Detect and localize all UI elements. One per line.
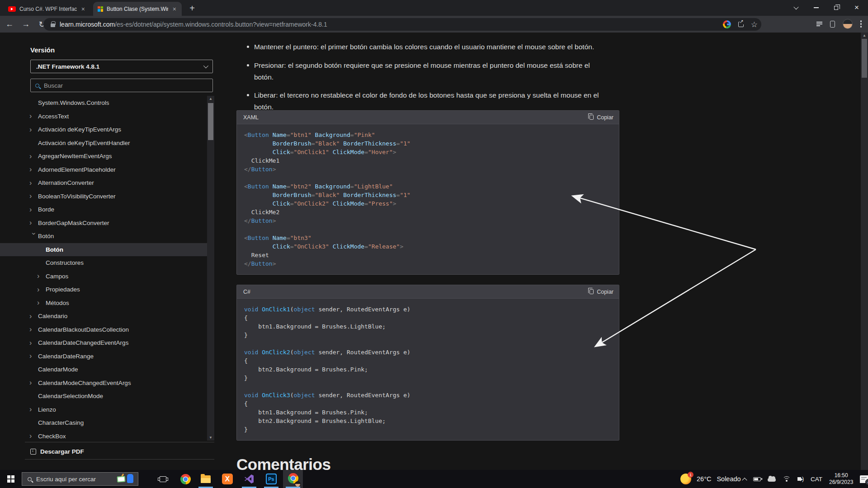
chevron-right-icon[interactable]: › <box>29 313 38 320</box>
sidebar-item[interactable]: ›Activación deKeyTipEventArgs <box>0 123 207 136</box>
sidebar-item[interactable]: ›Activación deKeyTipEventHandler <box>0 136 207 150</box>
chevron-right-icon[interactable]: › <box>29 166 38 173</box>
sidebar-item[interactable]: ›Métodos <box>0 296 207 310</box>
code-line: { <box>244 399 612 408</box>
chevron-right-icon[interactable]: › <box>29 406 38 413</box>
sidebar-item[interactable]: ›CheckBox <box>0 430 207 443</box>
code-body[interactable]: <Button Name="btn1" Background="Pink" Bo… <box>237 124 619 274</box>
scrollbar-thumb[interactable] <box>208 103 213 140</box>
chevron-right-icon[interactable]: › <box>29 113 38 120</box>
download-pdf-button[interactable]: Descargar PDF <box>30 446 84 457</box>
wifi-icon[interactable] <box>783 476 791 482</box>
chevron-right-icon[interactable]: › <box>29 379 38 386</box>
version-dropdown[interactable]: .NET Framework 4.8.1 <box>30 60 213 73</box>
reading-list-icon[interactable] <box>816 22 822 26</box>
sidebar-item[interactable]: ›CharacterCasing <box>0 416 207 430</box>
taskbar-weather-widget[interactable]: 1 26°C Soleado <box>680 470 741 488</box>
chevron-right-icon[interactable]: › <box>37 286 46 293</box>
chevron-right-icon[interactable]: › <box>29 192 38 200</box>
copy-button[interactable]: Copiar <box>590 289 613 295</box>
code-body[interactable]: void OnClick1(object sender, RoutedEvent… <box>237 299 619 440</box>
taskbar-file-explorer-icon[interactable] <box>196 470 216 488</box>
chevron-right-icon[interactable]: › <box>29 219 38 226</box>
chevron-right-icon[interactable]: › <box>29 432 38 440</box>
taskbar-photoshop-icon[interactable]: Ps <box>261 470 281 488</box>
sidebar-search-input[interactable]: Buscar <box>30 79 213 92</box>
chevron-right-icon[interactable]: › <box>37 299 46 306</box>
speaker-icon[interactable] <box>797 477 801 481</box>
chevron-right-icon[interactable]: › <box>29 326 38 333</box>
sidebar-item[interactable]: ›Constructores <box>0 256 207 270</box>
window-restore-button[interactable] <box>826 0 845 15</box>
window-minimize-button[interactable] <box>807 0 826 15</box>
taskbar-search-input[interactable]: Escriu aquí per cercar <box>22 472 138 486</box>
chevron-right-icon[interactable]: › <box>29 153 38 160</box>
sidebar-item[interactable]: ›Botón <box>0 243 207 257</box>
chevron-right-icon[interactable]: › <box>29 179 38 187</box>
sidebar-item[interactable]: ›AccessText <box>0 110 207 123</box>
sidebar-item[interactable]: ›CalendarBlackoutDatesCollection <box>0 323 207 337</box>
sidebar-item[interactable]: ›Lienzo <box>0 403 207 417</box>
sidebar-item[interactable]: ›CalendarModeChangedEventArgs <box>0 376 207 390</box>
clock-widget[interactable]: 16:50 26/9/2023 <box>829 472 853 486</box>
taskbar-chrome-icon[interactable] <box>175 470 195 488</box>
sidebar-item[interactable]: ›Borde <box>0 203 207 216</box>
chevron-right-icon[interactable]: › <box>29 352 38 360</box>
tab-close-icon[interactable]: × <box>80 5 86 13</box>
sidebar-item[interactable]: ›AgregarNewItemEventArgs <box>0 150 207 163</box>
sidebar-item[interactable]: ›CalendarMode <box>0 363 207 376</box>
sidebar-item[interactable]: ›CalendarSelectionMode <box>0 389 207 403</box>
tab-youtube-course[interactable]: Curso C#. WPF Interfaces gráfica × <box>4 2 90 16</box>
code-line: Reset <box>244 251 612 259</box>
side-panel-icon[interactable] <box>830 21 835 28</box>
window-menu-chevron[interactable] <box>787 0 806 15</box>
code-line <box>244 339 612 348</box>
browser-menu-icon[interactable] <box>860 23 862 24</box>
back-button[interactable]: ← <box>3 18 16 31</box>
hidden-icons-chevron[interactable] <box>742 478 747 483</box>
new-tab-button[interactable]: + <box>186 3 198 14</box>
profile-avatar[interactable] <box>843 19 853 29</box>
copy-button[interactable]: Copiar <box>590 114 613 121</box>
notification-center-icon[interactable]: 4 <box>860 475 868 483</box>
sidebar-item[interactable]: ›Botón <box>0 230 207 243</box>
scroll-up-icon[interactable]: ▲ <box>207 97 214 101</box>
start-button[interactable] <box>1 470 21 488</box>
sidebar-item[interactable]: ›BorderGapMaskConverter <box>0 216 207 230</box>
language-indicator[interactable]: CAT <box>811 476 822 483</box>
task-view-button[interactable] <box>153 470 173 488</box>
taskbar-xampp-icon[interactable]: ꓫ <box>217 470 237 488</box>
chevron-right-icon[interactable]: › <box>29 206 38 213</box>
forward-button[interactable]: → <box>19 18 33 31</box>
chevron-down-icon[interactable]: › <box>30 232 38 241</box>
sidebar-item[interactable]: ›AlternationConverter <box>0 176 207 190</box>
sidebar-item[interactable]: ›Propiedades <box>0 283 207 296</box>
window-close-button[interactable]: × <box>847 0 866 15</box>
scroll-down-icon[interactable]: ▼ <box>207 436 214 440</box>
address-bar[interactable]: learn.microsoft.com/es-es/dotnet/api/sys… <box>43 18 761 31</box>
sidebar-item[interactable]: ›Campos <box>0 270 207 283</box>
google-icon[interactable] <box>723 20 731 28</box>
sidebar-item[interactable]: ›AdornedElementPlaceholder <box>0 163 207 177</box>
sidebar-item[interactable]: ›CalendarDateChangedEventArgs <box>0 336 207 350</box>
share-icon[interactable] <box>738 22 744 27</box>
bookmark-star-icon[interactable]: ☆ <box>751 21 758 28</box>
search-highlight-icon[interactable] <box>116 473 134 485</box>
onedrive-icon[interactable] <box>768 478 776 482</box>
sidebar-scrollbar[interactable]: ▲ ▼ <box>207 96 214 441</box>
chevron-right-icon[interactable]: › <box>29 339 38 347</box>
sidebar-item[interactable]: ›BooleanToVisibilityConverter <box>0 190 207 203</box>
tab-button-docs[interactable]: Button Clase (System.Windows.C × <box>93 2 182 16</box>
tab-close-icon[interactable]: × <box>172 5 177 13</box>
taskbar-chrome-profile-icon[interactable] <box>283 470 303 488</box>
scrollbar-thumb[interactable] <box>862 39 867 78</box>
page-scrollbar[interactable]: ▲ <box>861 33 868 470</box>
sidebar-item[interactable]: ›System.Windows.Controls <box>0 96 207 110</box>
scroll-up-icon[interactable]: ▲ <box>861 33 868 38</box>
battery-icon[interactable] <box>753 477 761 481</box>
sidebar-item[interactable]: ›CalendarDateRange <box>0 350 207 363</box>
taskbar-visual-studio-icon[interactable] <box>239 470 259 488</box>
chevron-right-icon[interactable]: › <box>37 272 46 280</box>
chevron-right-icon[interactable]: › <box>29 126 38 133</box>
sidebar-item[interactable]: ›Calendario <box>0 310 207 323</box>
